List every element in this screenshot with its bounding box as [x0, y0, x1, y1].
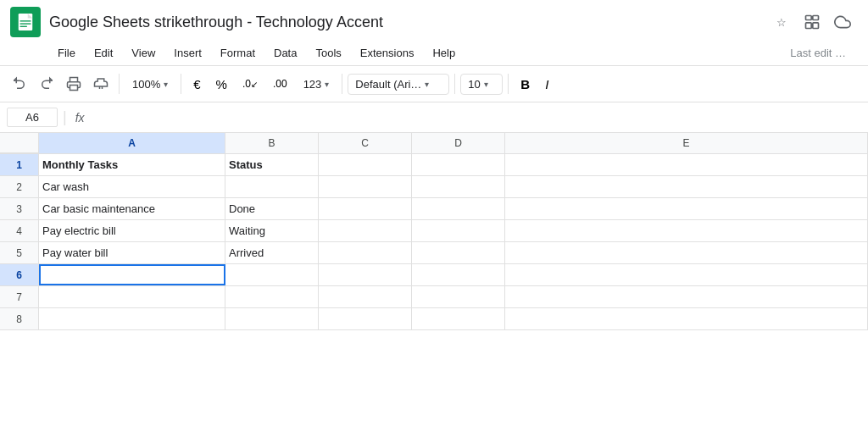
cell-a8[interactable]: [39, 308, 225, 329]
table-row: 2 Car wash: [0, 176, 868, 198]
italic-button[interactable]: I: [538, 74, 555, 95]
font-name-label: Default (Ari…: [355, 78, 421, 91]
row-num-6[interactable]: 6: [0, 264, 39, 285]
cell-b8[interactable]: [225, 308, 319, 329]
menu-file[interactable]: File: [49, 42, 84, 64]
cell-c1[interactable]: [319, 154, 412, 175]
cell-a5[interactable]: Pay water bill: [39, 242, 225, 263]
cell-c7[interactable]: [319, 286, 412, 307]
cloud-icon[interactable]: [831, 10, 854, 34]
menu-edit[interactable]: Edit: [86, 42, 121, 64]
cell-c8[interactable]: [319, 308, 412, 329]
cell-a2[interactable]: Car wash: [39, 176, 225, 197]
cell-a7[interactable]: [39, 286, 225, 307]
row-num-8[interactable]: 8: [0, 308, 39, 329]
currency-button[interactable]: €: [186, 74, 207, 95]
cell-c6[interactable]: [319, 264, 412, 285]
cell-e8[interactable]: [505, 308, 868, 329]
table-row: 8: [0, 308, 868, 330]
cell-e1[interactable]: [505, 154, 868, 175]
redo-button[interactable]: [34, 71, 59, 97]
cell-a1[interactable]: Monthly Tasks: [39, 154, 225, 175]
col-header-a[interactable]: A: [39, 133, 225, 153]
cell-b7[interactable]: [225, 286, 319, 307]
zoom-selector[interactable]: 100% ▾: [125, 74, 175, 95]
menu-insert[interactable]: Insert: [165, 42, 210, 64]
menu-extensions[interactable]: Extensions: [352, 42, 423, 64]
cell-e2[interactable]: [505, 176, 868, 197]
col-header-b[interactable]: B: [225, 133, 319, 153]
cell-a6[interactable]: [39, 264, 225, 285]
move-icon[interactable]: [800, 10, 824, 34]
cell-reference[interactable]: A6: [7, 108, 58, 127]
cell-d4[interactable]: [412, 220, 505, 241]
svg-rect-4: [806, 16, 812, 20]
cell-e6[interactable]: [505, 264, 868, 285]
row-num-5[interactable]: 5: [0, 242, 39, 263]
cell-d6[interactable]: [412, 264, 505, 285]
more-formats-selector[interactable]: 123 ▾: [296, 74, 337, 95]
col-header-c[interactable]: C: [319, 133, 412, 153]
cell-a4[interactable]: Pay electric bill: [39, 220, 225, 241]
table-row: 7: [0, 286, 868, 308]
menu-view[interactable]: View: [123, 42, 164, 64]
cell-d2[interactable]: [412, 176, 505, 197]
menu-format[interactable]: Format: [212, 42, 264, 64]
formula-bar: A6 | fx: [0, 102, 868, 133]
svg-rect-6: [806, 23, 812, 29]
cell-b4[interactable]: Waiting: [225, 220, 319, 241]
decimal-dec-button[interactable]: .0↙: [236, 75, 264, 93]
font-size-label: 10: [468, 78, 480, 91]
font-selector[interactable]: Default (Ari… ▾: [348, 74, 449, 95]
svg-rect-5: [813, 16, 819, 20]
decimal-inc-button[interactable]: .00: [266, 75, 294, 93]
document-title: Google Sheets strikethrough - Technology…: [49, 14, 761, 31]
menu-data[interactable]: Data: [265, 42, 305, 64]
cell-b2[interactable]: [225, 176, 319, 197]
col-header-d[interactable]: D: [412, 133, 505, 153]
bold-button[interactable]: B: [514, 74, 537, 95]
row-num-7[interactable]: 7: [0, 286, 39, 307]
cell-d5[interactable]: [412, 242, 505, 263]
row-num-2[interactable]: 2: [0, 176, 39, 197]
font-size-selector[interactable]: 10 ▾: [460, 74, 503, 95]
percent-button[interactable]: %: [209, 74, 234, 95]
separator-3: [342, 74, 342, 94]
cell-d8[interactable]: [412, 308, 505, 329]
cell-c4[interactable]: [319, 220, 412, 241]
undo-button[interactable]: [7, 71, 32, 97]
row-num-3[interactable]: 3: [0, 198, 39, 219]
cell-d3[interactable]: [412, 198, 505, 219]
cell-d1[interactable]: [412, 154, 505, 175]
cell-b6[interactable]: [225, 264, 319, 285]
cell-b1[interactable]: Status: [225, 154, 319, 175]
title-icons: ☆: [770, 10, 854, 34]
cell-c2[interactable]: [319, 176, 412, 197]
paint-format-button[interactable]: [88, 71, 114, 97]
cell-a3[interactable]: Car basic maintenance: [39, 198, 225, 219]
app-icon: [10, 7, 41, 37]
toolbar: 100% ▾ € % .0↙ .00 123 ▾ Default (Ari… ▾…: [0, 65, 868, 102]
cell-e7[interactable]: [505, 286, 868, 307]
menu-help[interactable]: Help: [424, 42, 464, 64]
fx-label: fx: [72, 111, 88, 124]
cell-d7[interactable]: [412, 286, 505, 307]
formula-divider: |: [63, 108, 67, 126]
cell-e4[interactable]: [505, 220, 868, 241]
menu-last-edit[interactable]: Last edit …: [782, 42, 854, 64]
row-num-4[interactable]: 4: [0, 220, 39, 241]
svg-rect-7: [813, 23, 819, 29]
star-icon[interactable]: ☆: [770, 10, 793, 34]
cell-c5[interactable]: [319, 242, 412, 263]
cell-c3[interactable]: [319, 198, 412, 219]
cell-b3[interactable]: Done: [225, 198, 319, 219]
formula-input[interactable]: [93, 111, 861, 124]
font-chevron-icon: ▾: [425, 80, 429, 89]
print-button[interactable]: [61, 71, 86, 97]
col-header-e[interactable]: E: [505, 133, 868, 153]
menu-tools[interactable]: Tools: [307, 42, 349, 64]
cell-e3[interactable]: [505, 198, 868, 219]
cell-b5[interactable]: Arrived: [225, 242, 319, 263]
row-num-1[interactable]: 1: [0, 154, 39, 175]
cell-e5[interactable]: [505, 242, 868, 263]
